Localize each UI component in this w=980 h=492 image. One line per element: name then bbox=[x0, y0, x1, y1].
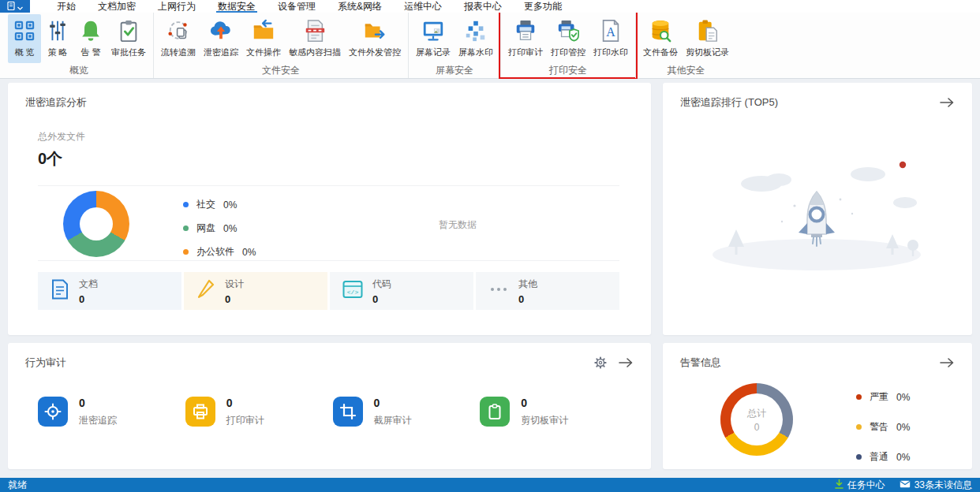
arrow-right-icon[interactable] bbox=[939, 97, 955, 108]
ribbon-item-screen-watermark[interactable]: 屏幕水印 bbox=[454, 14, 497, 63]
status-ready-text: 就绪 bbox=[8, 479, 27, 492]
menu-item-web-behavior[interactable]: 上网行为 bbox=[147, 0, 207, 13]
menu-item-data-security[interactable]: 数据安全 bbox=[207, 0, 267, 13]
legend-item-critical: 严重 0% bbox=[856, 390, 910, 404]
legend-value: 0% bbox=[223, 223, 237, 234]
screen-record-icon bbox=[421, 18, 446, 43]
ribbon-item-circulation-trace[interactable]: 流转追溯 bbox=[157, 14, 200, 63]
ribbon-item-leak-trace[interactable]: 泄密追踪 bbox=[200, 14, 242, 63]
ribbon-item-label: 泄密追踪 bbox=[204, 47, 238, 58]
legend-dot bbox=[183, 249, 189, 255]
stat-value: 0 bbox=[374, 397, 412, 409]
arrow-right-icon[interactable] bbox=[618, 357, 634, 368]
ribbon-item-print-control[interactable]: 打印管控 bbox=[547, 14, 589, 63]
legend-label: 严重 bbox=[870, 390, 888, 404]
status-bar: 就绪 任务中心 33条未读信息 bbox=[0, 478, 980, 492]
alert-chart-legend: 严重 0% 警告 0% 普通 0% bbox=[856, 390, 910, 464]
legend-label: 社交 bbox=[196, 198, 215, 211]
card-other[interactable]: 其他 0 bbox=[476, 272, 619, 310]
card-value: 0 bbox=[79, 293, 98, 305]
caret-down-icon bbox=[17, 0, 23, 13]
ribbon-item-clipboard-record[interactable]: 剪切板记录 bbox=[682, 14, 733, 63]
empty-state-illustration bbox=[706, 154, 927, 283]
legend-dot bbox=[183, 226, 189, 231]
stat-clipboard-audit[interactable]: 0 剪切板审计 bbox=[480, 397, 627, 427]
legend-value: 0% bbox=[223, 199, 237, 211]
divider bbox=[38, 185, 619, 186]
circulation-trace-icon bbox=[166, 18, 191, 43]
menu-bar: 开始 文档加密 上网行为 数据安全 设备管理 系统&网络 运维中心 报表中心 更… bbox=[0, 0, 980, 13]
crop-icon bbox=[333, 397, 363, 427]
legend-item-warning: 警告 0% bbox=[856, 420, 910, 434]
menu-items: 开始 文档加密 上网行为 数据安全 设备管理 系统&网络 运维中心 报表中心 更… bbox=[46, 0, 573, 13]
ribbon-item-file-outgoing-control[interactable]: 文件外发管控 bbox=[345, 14, 405, 63]
card-documents[interactable]: 文档 0 bbox=[38, 272, 181, 310]
file-outgoing-control-icon bbox=[362, 18, 387, 43]
ribbon-group-screen-security: 屏幕记录 屏幕水印 屏幕安全 bbox=[408, 13, 500, 78]
menu-item-ops-center[interactable]: 运维中心 bbox=[393, 0, 453, 13]
card-value: 0 bbox=[225, 293, 244, 305]
ribbon-item-label: 文件操作 bbox=[246, 47, 281, 58]
legend-label: 普通 bbox=[870, 450, 888, 464]
file-type-cards: 文档 0 设计 0 </> 代码 0 bbox=[38, 272, 619, 310]
ribbon-item-print-watermark[interactable]: A 打印水印 bbox=[589, 14, 632, 63]
stat-value: 0 bbox=[79, 397, 117, 409]
ribbon-group-caption: 文件安全 bbox=[157, 64, 405, 78]
mail-icon bbox=[900, 479, 911, 490]
screen-watermark-icon bbox=[463, 18, 488, 43]
ribbon-item-sensitive-content-scan[interactable]: 敏感内容扫描 bbox=[285, 14, 345, 63]
print-control-icon bbox=[555, 18, 581, 43]
ribbon: 概 览 策 略 告 警 bbox=[0, 13, 980, 79]
ribbon-item-label: 文件外发管控 bbox=[349, 47, 401, 58]
ribbon-group-caption: 打印安全 bbox=[504, 64, 632, 78]
ribbon-item-file-backup[interactable]: 文件备份 bbox=[639, 14, 682, 63]
app-menu-button[interactable] bbox=[0, 0, 30, 13]
overview-grid-icon bbox=[12, 18, 37, 43]
legend-item-social: 社交 0% bbox=[183, 198, 256, 211]
task-center-button[interactable]: 任务中心 bbox=[835, 479, 885, 492]
panel-leak-ranking: 泄密追踪排行 (TOP5) bbox=[663, 83, 972, 335]
legend-label: 办公软件 bbox=[196, 245, 234, 259]
stat-leak-trace[interactable]: 0 泄密追踪 bbox=[38, 397, 185, 427]
card-label: 代码 bbox=[372, 278, 391, 291]
sensitive-content-scan-icon bbox=[302, 18, 327, 43]
gear-icon[interactable] bbox=[594, 356, 607, 369]
card-design[interactable]: 设计 0 bbox=[184, 272, 327, 310]
unread-messages-label: 33条未读信息 bbox=[915, 479, 972, 492]
panel-alert-info: 告警信息 总计 0 严重 0% 警告 0% bbox=[663, 343, 972, 469]
policy-sliders-icon bbox=[45, 18, 70, 43]
app-window: 开始 文档加密 上网行为 数据安全 设备管理 系统&网络 运维中心 报表中心 更… bbox=[0, 0, 980, 492]
menu-item-more-functions[interactable]: 更多功能 bbox=[513, 0, 573, 13]
ribbon-item-approval-tasks[interactable]: 审批任务 bbox=[107, 14, 150, 63]
ribbon-item-screen-record[interactable]: 屏幕记录 bbox=[412, 14, 454, 63]
panel-behavior-audit: 行为审计 0 泄密追踪 bbox=[8, 343, 651, 469]
panel-title: 告警信息 bbox=[680, 356, 721, 370]
menu-item-system-network[interactable]: 系统&网络 bbox=[327, 0, 393, 13]
ribbon-group-overview: 概 览 策 略 告 警 bbox=[5, 13, 153, 78]
alert-donut-chart: 总计 0 bbox=[720, 383, 793, 456]
ribbon-item-print-audit[interactable]: 打印审计 bbox=[504, 14, 547, 63]
menu-item-start[interactable]: 开始 bbox=[46, 0, 87, 13]
stat-screenshot-audit[interactable]: 0 截屏审计 bbox=[333, 397, 481, 427]
menu-item-device-mgmt[interactable]: 设备管理 bbox=[267, 0, 327, 13]
ribbon-item-policy[interactable]: 策 略 bbox=[41, 14, 74, 63]
ribbon-item-label: 文件备份 bbox=[643, 47, 678, 58]
card-value: 0 bbox=[372, 293, 391, 305]
ribbon-item-alerts[interactable]: 告 警 bbox=[74, 14, 107, 63]
card-code[interactable]: </> 代码 0 bbox=[330, 272, 473, 310]
stat-label: 泄密追踪 bbox=[79, 414, 117, 427]
stat-print-audit[interactable]: 0 打印审计 bbox=[185, 397, 333, 427]
menu-item-doc-encryption[interactable]: 文档加密 bbox=[87, 0, 147, 13]
document-icon bbox=[50, 279, 69, 303]
ribbon-item-label: 打印审计 bbox=[508, 47, 543, 58]
ribbon-item-file-operation[interactable]: 文件操作 bbox=[242, 14, 285, 63]
ribbon-item-overview[interactable]: 概 览 bbox=[8, 14, 41, 63]
file-operation-folder-icon bbox=[251, 18, 276, 43]
menu-item-report-center[interactable]: 报表中心 bbox=[453, 0, 513, 13]
ribbon-group-other-security: 文件备份 剪切板记录 其他安全 bbox=[635, 13, 736, 78]
unread-messages-button[interactable]: 33条未读信息 bbox=[900, 479, 972, 492]
legend-value: 0% bbox=[896, 392, 910, 403]
print-audit-icon bbox=[513, 18, 538, 43]
panel-title: 行为审计 bbox=[25, 356, 66, 370]
arrow-right-icon[interactable] bbox=[939, 357, 955, 368]
